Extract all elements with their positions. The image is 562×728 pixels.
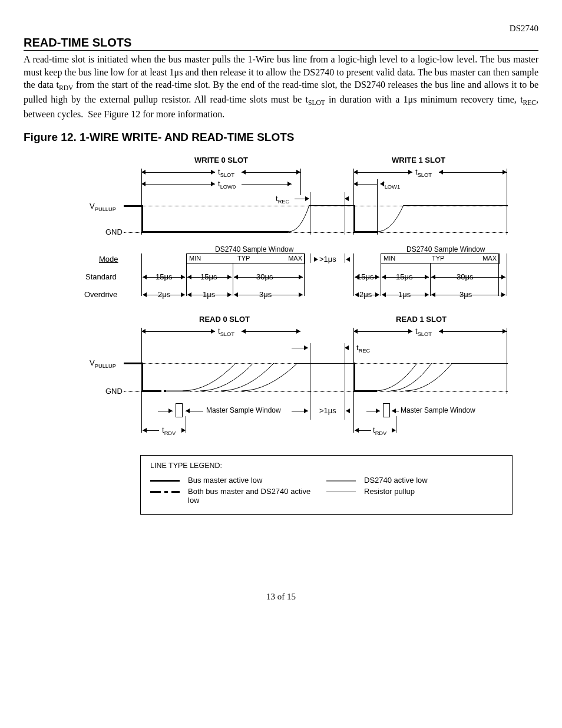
body-paragraph: A read-time slot is initiated when the b… (24, 53, 538, 120)
write0-title: WRITE 0 SLOT (194, 156, 248, 164)
sample-win-w1: DS2740 Sample Window (406, 245, 485, 253)
read1-title: READ 1 SLOT (396, 315, 447, 324)
gt1us-w: >1μs (319, 255, 336, 263)
tlow1: tLOW1 (382, 179, 400, 190)
od-2b: 2μs (359, 290, 372, 299)
doc-id: DS2740 (24, 24, 538, 34)
legend-title: LINE TYPE LEGEND: (150, 462, 503, 470)
max-w1: MAX (482, 255, 497, 262)
gnd-r: GND (105, 387, 123, 396)
gnd-w: GND (105, 228, 123, 236)
write1-title: WRITE 1 SLOT (392, 156, 445, 164)
std-30b: 30μs (457, 272, 473, 281)
std-15b: 15μs (200, 272, 217, 281)
od-3a: 3μs (259, 290, 272, 299)
tslot-r0: tSLOT (218, 327, 234, 337)
typ-w0: TYP (237, 255, 250, 262)
od-2a: 2μs (158, 290, 170, 299)
tslot-w0: tSLOT (218, 167, 234, 178)
legend-both: Both bus master and DS2740 active low (188, 487, 312, 505)
vpullup-r: VPULLUP (90, 358, 116, 369)
trdv-0: tRDV (162, 426, 176, 436)
gt1us-r: >1μs (319, 406, 336, 415)
figure-title: Figure 12. 1-WIRE WRITE- AND READ-TIME S… (24, 131, 538, 144)
trec-w: tREC (276, 194, 289, 205)
trec-r: tREC (356, 343, 370, 354)
tlow0: tLOW0 (218, 179, 236, 190)
std-15a: 15μs (156, 272, 172, 281)
master-win-1: Master Sample Window (401, 406, 475, 414)
std-15c: 15μs (357, 272, 373, 281)
typ-w1: TYP (432, 255, 444, 262)
mode-standard: Standard (85, 272, 117, 281)
timing-diagram: WRITE 0 SLOT WRITE 1 SLOT tSLOT tSLOT tL… (24, 156, 536, 568)
min-w0: MIN (189, 255, 201, 262)
tslot-r1: tSLOT (415, 327, 432, 337)
legend-busmaster: Bus master active low (188, 476, 312, 485)
std-30a: 30μs (256, 272, 273, 281)
sample-win-w0: DS2740 Sample Window (215, 245, 293, 253)
mode-overdrive: Overdrive (84, 290, 117, 299)
mode-heading: Mode (99, 255, 118, 263)
tslot-w1: tSLOT (415, 167, 432, 178)
page-number: 13 of 15 (24, 592, 538, 602)
std-15d: 15μs (396, 272, 412, 281)
vpullup-w: VPULLUP (90, 202, 116, 212)
trdv-1: tRDV (373, 426, 386, 436)
read0-title: READ 0 SLOT (199, 315, 250, 324)
legend-ds2740: DS2740 active low (364, 476, 488, 485)
od-1b: 1μs (398, 290, 411, 299)
legend-box: LINE TYPE LEGEND: Bus master active low … (140, 455, 513, 515)
section-heading: READ-TIME SLOTS (24, 36, 538, 51)
od-3b: 3μs (459, 290, 472, 299)
min-w1: MIN (384, 255, 395, 262)
max-w0: MAX (288, 255, 302, 262)
od-1a: 1μs (203, 290, 215, 299)
legend-resistor: Resistor pullup (364, 487, 488, 496)
master-win-0: Master Sample Window (206, 406, 281, 414)
